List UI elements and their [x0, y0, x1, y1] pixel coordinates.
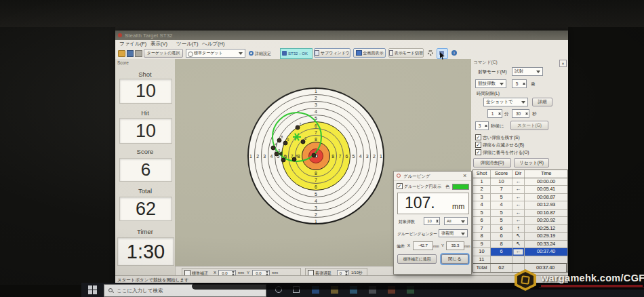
target-shots-stepper[interactable]: 10	[424, 217, 440, 225]
countdown-stepper[interactable]: 3	[475, 121, 489, 130]
table-row-shot-8[interactable]: 86↖00:29.19	[473, 233, 567, 241]
windows-start-button[interactable]	[88, 285, 97, 294]
minutes-unit: 分	[504, 111, 509, 117]
cell-dir: ←	[512, 186, 525, 193]
close-icon[interactable]: ×	[463, 172, 466, 179]
cell-score: 10	[491, 178, 512, 186]
start-button[interactable]: スタート(G)	[510, 121, 548, 130]
target-combo[interactable]: 標準ターゲット	[186, 49, 245, 58]
shot-number-label: 7	[300, 122, 302, 126]
seconds-unit: 秒	[532, 111, 537, 117]
cell-time: 00:29.19	[525, 233, 567, 240]
countdown-unit: 秒後に	[491, 123, 504, 130]
clear-holes-button[interactable]: 弾痕消去(D)	[473, 158, 511, 167]
seconds-stepper[interactable]: 30	[512, 109, 529, 118]
view-mode-icon	[389, 50, 393, 56]
table-row-shot-10[interactable]: 106←00:37.40	[473, 248, 567, 256]
cell-time: 00:08.87	[525, 194, 567, 201]
menu-view[interactable]: 表示(V)	[150, 41, 167, 47]
target-shots-label: 対象弾数	[399, 219, 415, 225]
bezel-top	[0, 0, 644, 31]
table-row-shot-6[interactable]: 65←00:20.92	[473, 217, 567, 225]
table-row-shot-9[interactable]: 98↖00:33.24	[473, 241, 567, 249]
cell-dir: ↖	[512, 233, 525, 240]
cell-shot: 7	[473, 225, 491, 233]
print-icon[interactable]	[135, 50, 142, 57]
cell-time: 00:05.41	[525, 186, 567, 193]
shot-number-label: 8	[281, 135, 283, 139]
menu-tools[interactable]: ツール(T)	[176, 41, 198, 47]
target-combo-value: 標準ターゲット	[194, 50, 223, 56]
cell-time: 00:33.24	[525, 241, 567, 248]
cell-score	[491, 256, 512, 264]
cell-shot: 6	[473, 217, 491, 224]
window-title: Stealth Target ST32	[125, 33, 173, 39]
table-row-shot-1[interactable]: 110←00:00.00	[473, 178, 567, 186]
apply-correction-button[interactable]: 標準補正に適用	[397, 254, 437, 264]
target-icon	[188, 52, 193, 57]
cell-dir: ↖	[512, 241, 525, 248]
cell-time: 00:16.87	[525, 210, 567, 217]
cell-score: 6	[491, 233, 512, 240]
dev-x-value[interactable]: -42.7	[413, 241, 433, 250]
info-icon[interactable]: i	[451, 50, 457, 56]
detail-settings-button[interactable]: 詳細設定	[255, 51, 271, 57]
cell-shot: 2	[473, 186, 491, 193]
open-icon[interactable]	[118, 50, 125, 57]
watermark-logo-icon	[514, 269, 537, 292]
table-row-shot-2[interactable]: 27←00:05.41	[473, 186, 567, 194]
keep-old-holes-checkbox[interactable]: ✓	[475, 134, 481, 140]
menu-help[interactable]: ヘルプ(H)	[202, 41, 224, 47]
color-swatch[interactable]	[452, 184, 469, 190]
watermark-text: wargamehk.com/CGF	[541, 273, 644, 283]
time-scope-combo[interactable]: 全ショットで	[483, 98, 528, 106]
grouping-center-combo[interactable]: 弾着間	[439, 229, 468, 237]
score-value: 6	[119, 158, 172, 182]
cell-time: 00:37.40	[525, 248, 567, 256]
number-holes-checkbox[interactable]: ✓	[475, 149, 481, 155]
save-icon[interactable]	[127, 50, 134, 57]
cell-score: 7	[491, 186, 512, 193]
gear-icon[interactable]	[428, 50, 433, 56]
cell-time	[525, 256, 567, 264]
shots-count-stepper[interactable]: 5	[512, 79, 527, 88]
timer-value: 1:30	[117, 237, 174, 266]
shot-number-label: 9	[287, 138, 289, 142]
shot-number-label: 3	[285, 155, 287, 159]
view-mode-button[interactable]: 表示モード切替	[388, 48, 424, 58]
blink-holes-checkbox[interactable]: ✓	[475, 142, 481, 148]
bezel-left	[0, 27, 115, 285]
menu-file[interactable]: ファイル(F)	[119, 41, 146, 47]
collapse-icon[interactable]: ▴	[559, 60, 567, 67]
grouping-center-label: グルーピングセンター	[397, 231, 437, 237]
hit-label: Hit	[115, 109, 175, 117]
table-row-shot-3[interactable]: 35←00:08.87	[473, 194, 567, 202]
color-label: 色	[445, 184, 449, 190]
show-circle-checkbox[interactable]: ✓	[397, 183, 403, 189]
cell-shot: 8	[473, 233, 491, 240]
cell-dir: ←	[512, 201, 525, 209]
cell-score: 6	[491, 248, 512, 256]
latest-shot-marker-icon: ◀	[278, 150, 283, 157]
dev-y-mm: mm	[464, 244, 470, 248]
detail-settings-icon	[249, 51, 254, 56]
target-select-button[interactable]: ターゲットの選択	[144, 49, 183, 58]
title-bar[interactable]: Stealth Target ST32	[115, 31, 568, 40]
table-row-shot-7[interactable]: 76↑00:25.12	[473, 225, 567, 233]
shots-filter-combo[interactable]: All	[444, 217, 468, 225]
reset-button[interactable]: リセット(R)	[514, 158, 549, 167]
fire-mode-combo[interactable]: 試射	[512, 67, 543, 76]
fullscreen-button[interactable]: 全画面表示	[353, 48, 386, 58]
subwindow-button[interactable]: サブウィンドウ	[314, 48, 350, 58]
grouping-dialog-titlebar[interactable]: グルーピング ×	[394, 172, 471, 181]
table-row-shot-4[interactable]: 44←00:12.93	[473, 201, 567, 210]
cell-shot: 10	[473, 248, 491, 256]
shots-count-combo[interactable]: 競技弾数	[475, 79, 506, 88]
shot-number-label: 4	[275, 142, 277, 146]
dialog-close-button[interactable]: 閉じる	[441, 254, 468, 264]
time-detail-button[interactable]: 詳細	[532, 98, 552, 106]
minutes-stepper[interactable]: 1	[487, 109, 502, 118]
delay-unit-label: 1/10秒	[351, 271, 362, 275]
table-row-shot-5[interactable]: 55←00:16.87	[473, 210, 567, 218]
dev-y-value[interactable]: 35.3	[446, 241, 464, 250]
